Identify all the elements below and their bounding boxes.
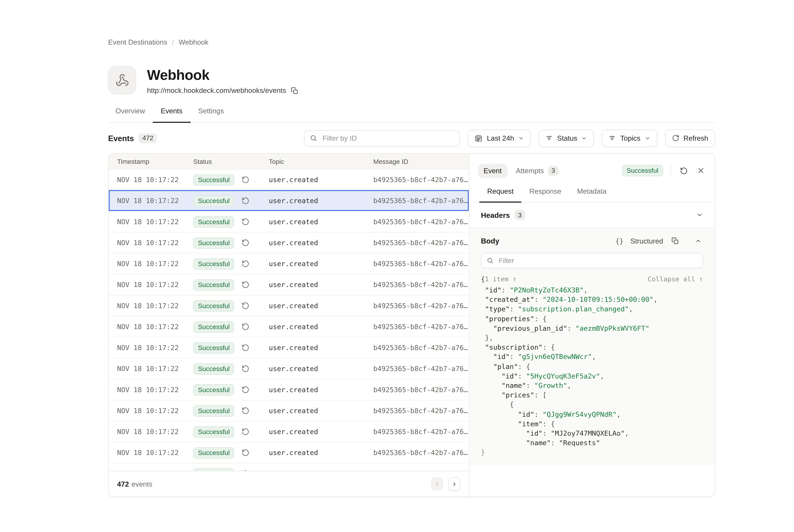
search-icon: [310, 134, 317, 141]
view-tab-event[interactable]: Event: [478, 164, 508, 178]
events-count-badge: 472: [139, 133, 157, 143]
row-topic: user.created: [261, 407, 365, 415]
retry-row-icon[interactable]: [242, 260, 250, 268]
nav-tabs: Overview Events Settings: [108, 105, 715, 123]
table-row[interactable]: NOV 18 10:17:22 Successful user.created …: [109, 379, 469, 400]
row-timestamp: NOV 18 10:17:22: [109, 365, 185, 373]
topics-filter-button[interactable]: Topics: [602, 129, 657, 147]
prev-page-button[interactable]: [431, 477, 443, 491]
time-range-button[interactable]: Last 24h: [468, 129, 531, 147]
table-row[interactable]: NOV 18 10:17:22 Successful user.created …: [109, 274, 469, 295]
retry-row-icon[interactable]: [242, 197, 250, 205]
next-page-button[interactable]: [448, 477, 460, 491]
row-message-id: b4925365-b8cf-42b7-a76…: [365, 302, 469, 310]
json-line: },: [481, 333, 703, 343]
retry-row-icon[interactable]: [242, 386, 250, 394]
row-timestamp: NOV 18 10:17:22: [109, 260, 185, 268]
row-topic: user.created: [261, 281, 365, 289]
tab-request[interactable]: Request: [479, 184, 521, 203]
row-topic: user.created: [261, 344, 365, 352]
refresh-button[interactable]: Refresh: [665, 129, 715, 147]
footer-count: 472: [117, 480, 129, 488]
row-message-id: b4925365-b8cf-42b7-a76…: [365, 239, 469, 247]
retry-event-icon[interactable]: [678, 165, 689, 176]
row-timestamp: NOV 18 10:17:22: [109, 428, 185, 436]
collapse-body-icon[interactable]: [694, 236, 703, 246]
webhook-url: http://mock.hookdeck.com/webhooks/events: [147, 87, 286, 95]
tab-response[interactable]: Response: [522, 184, 569, 203]
table-row[interactable]: NOV 18 10:17:22 Successful user.created …: [109, 400, 469, 421]
retry-row-icon[interactable]: [242, 344, 250, 352]
retry-row-icon[interactable]: [242, 281, 250, 289]
row-message-id: b4925365-b8cf-42b7-a76…: [365, 197, 469, 205]
retry-row-icon[interactable]: [242, 302, 250, 310]
copy-url-icon[interactable]: [291, 87, 298, 94]
body-label: Body: [481, 237, 499, 245]
row-status-badge: Successful: [193, 300, 234, 311]
root-items-toggle[interactable]: {1 item ↑: [481, 275, 516, 283]
retry-row-icon[interactable]: [242, 176, 250, 184]
body-filter-box: [481, 253, 703, 268]
copy-body-icon[interactable]: [670, 235, 680, 246]
json-viewer[interactable]: "id": "P2NoRtyZoTc46X3B","created_at": "…: [481, 286, 703, 458]
json-line: "id": "gSjvn6eQTBewNWcr",: [481, 353, 703, 362]
retry-row-icon[interactable]: [242, 428, 250, 436]
webhook-tile: [108, 66, 136, 94]
table-row[interactable]: NOV 18 10:17:22 Successful user.created …: [109, 421, 469, 442]
table-row[interactable]: NOV 18 10:17:22 Successful user.created …: [109, 253, 469, 274]
table-body: NOV 18 10:17:22 Successful user.created …: [109, 169, 469, 484]
search-icon: [487, 257, 494, 264]
retry-row-icon[interactable]: [242, 449, 250, 457]
table-row[interactable]: NOV 18 10:17:22 Successful user.created …: [109, 358, 469, 379]
json-line: "name": "Requests": [481, 438, 703, 448]
row-timestamp: NOV 18 10:17:22: [109, 197, 185, 205]
row-status-badge: Successful: [193, 321, 234, 332]
retry-row-icon[interactable]: [242, 218, 250, 226]
row-timestamp: NOV 18 10:17:22: [109, 344, 185, 352]
retry-row-icon[interactable]: [242, 323, 250, 331]
json-line: "name": "Growth",: [481, 381, 703, 391]
filter-by-id-input[interactable]: [322, 134, 454, 142]
retry-row-icon[interactable]: [242, 365, 250, 373]
row-message-id: b4925365-b8cf-42b7-a76…: [365, 344, 469, 352]
tab-settings[interactable]: Settings: [190, 105, 232, 123]
page-header: Webhook http://mock.hookdeck.com/webhook…: [108, 66, 298, 95]
body-filter-input[interactable]: [498, 256, 697, 265]
breadcrumb-webhook[interactable]: Webhook: [178, 38, 208, 46]
table-row[interactable]: NOV 18 10:17:22 Successful user.created …: [109, 295, 469, 316]
calendar-icon: [475, 134, 483, 142]
topics-filter-label: Topics: [620, 134, 640, 142]
status-filter-button[interactable]: Status: [539, 129, 594, 147]
events-table: Timestamp Status Topic Message ID NOV 18…: [109, 154, 469, 497]
json-line: "type": "subscription.plan_changed",: [481, 305, 703, 314]
structured-mode-label[interactable]: Structured: [630, 237, 663, 245]
table-row[interactable]: NOV 18 10:17:22 Successful user.created …: [109, 232, 469, 253]
collapse-all-button[interactable]: Collapse all ↑: [648, 275, 703, 283]
tab-metadata[interactable]: Metadata: [569, 184, 615, 203]
tab-overview[interactable]: Overview: [109, 105, 153, 123]
table-row[interactable]: NOV 18 10:17:22 Successful user.created …: [109, 169, 469, 190]
view-tab-attempts[interactable]: Attempts 3: [516, 166, 559, 176]
chevron-down-icon[interactable]: [696, 211, 703, 218]
table-row[interactable]: NOV 18 10:17:22 Successful user.created …: [109, 442, 469, 463]
table-row[interactable]: NOV 18 10:17:22 Successful user.created …: [109, 211, 469, 232]
chevron-down-icon: [518, 135, 524, 141]
table-row[interactable]: NOV 18 10:17:22 Successful user.created …: [109, 337, 469, 358]
retry-row-icon[interactable]: [242, 239, 250, 247]
json-line: "id": "5HycQYuqK3eF5a2v",: [481, 372, 703, 381]
detail-section-tabs: Request Response Metadata: [469, 184, 715, 203]
tab-events[interactable]: Events: [153, 105, 190, 123]
body-section: Body {} Structured: [469, 228, 715, 466]
col-timestamp: Timestamp: [109, 158, 185, 165]
row-topic: user.created: [261, 365, 365, 373]
retry-row-icon[interactable]: [242, 407, 250, 415]
headers-section-row[interactable]: Headers 3: [469, 203, 715, 228]
table-row[interactable]: NOV 18 10:17:22 Successful user.created …: [109, 316, 469, 337]
row-topic: user.created: [261, 239, 365, 247]
breadcrumb-event-destinations[interactable]: Event Destinations: [108, 38, 167, 46]
row-status-badge: Successful: [193, 384, 234, 396]
close-panel-icon[interactable]: [696, 165, 706, 176]
filter-lines-icon: [609, 134, 616, 141]
table-row[interactable]: NOV 18 10:17:22 Successful user.created …: [109, 190, 469, 211]
attempts-label: Attempts: [516, 167, 544, 175]
